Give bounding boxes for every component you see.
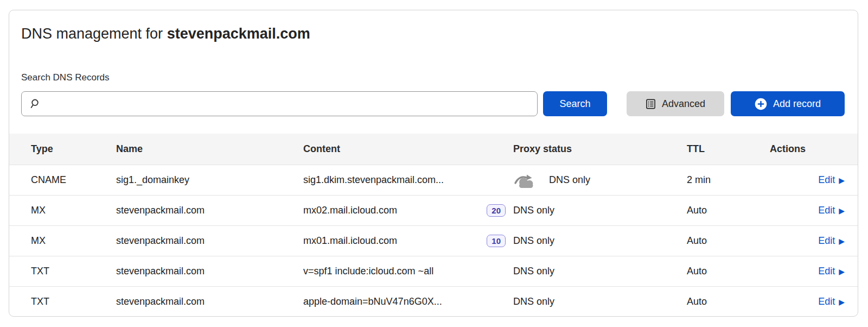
edit-label: Edit (818, 174, 835, 186)
cell-type: CNAME (31, 174, 116, 186)
advanced-button[interactable]: Advanced (627, 91, 724, 116)
search-button-label: Search (559, 98, 590, 110)
zone-domain: stevenpackmail.com (167, 26, 310, 42)
table-row: TXT stevenpackmail.com v=spf1 include:ic… (9, 256, 858, 286)
cell-name: stevenpackmail.com (116, 235, 303, 247)
edit-record-button[interactable]: Edit▶ (818, 235, 845, 247)
edit-label: Edit (818, 296, 835, 307)
proxy-status-text: DNS only (513, 266, 554, 277)
cell-content: mx01.mail.icloud.com 10 (303, 235, 513, 247)
add-record-button-label: Add record (773, 98, 821, 110)
edit-arrow-icon: ▶ (839, 298, 845, 306)
page-title: DNS management for stevenpackmail.com (21, 24, 845, 43)
controls-row: Search Advanced (21, 91, 845, 116)
edit-arrow-icon: ▶ (839, 237, 845, 245)
column-header-type: Type (31, 143, 116, 155)
search-button[interactable]: Search (543, 91, 607, 116)
column-header-actions: Actions (770, 143, 845, 155)
table-row: MX stevenpackmail.com mx01.mail.icloud.c… (9, 225, 858, 256)
cell-actions: Edit▶ (770, 266, 845, 277)
table-row: TXT stevenpackmail.com apple-domain=bNuV… (9, 286, 858, 317)
edit-record-button[interactable]: Edit▶ (818, 266, 845, 277)
cell-content: mx02.mail.icloud.com 20 (303, 204, 513, 217)
proxy-status-text: DNS only (513, 296, 554, 307)
cell-type: MX (31, 205, 116, 216)
column-header-proxy-status: Proxy status (513, 143, 687, 155)
table-row: MX stevenpackmail.com mx02.mail.icloud.c… (9, 195, 858, 225)
cell-proxy-status: DNS only (513, 235, 687, 247)
column-header-name: Name (116, 143, 303, 155)
table-body: CNAME sig1._domainkey sig1.dkim.stevenpa… (9, 165, 858, 317)
cell-content: v=spf1 include:icloud.com ~all (303, 266, 513, 277)
cell-proxy-status: DNS only (513, 296, 687, 307)
cell-actions: Edit▶ (770, 174, 845, 186)
mx-priority-badge: 10 (487, 235, 506, 247)
cell-proxy-status: DNS only (513, 205, 687, 216)
add-record-button[interactable]: Add record (731, 91, 845, 116)
cell-proxy-status: DNS only (513, 266, 687, 277)
cell-actions: Edit▶ (770, 205, 845, 216)
dns-management-card: DNS management for stevenpackmail.com Se… (9, 10, 858, 317)
cell-type: TXT (31, 296, 116, 307)
record-content: v=spf1 include:icloud.com ~all (303, 266, 433, 277)
cell-type: TXT (31, 266, 116, 277)
cell-proxy-status: DNS only (513, 172, 687, 188)
edit-arrow-icon: ▶ (839, 177, 845, 184)
record-content: sig1.dkim.stevenpackmail.com... (303, 174, 444, 186)
edit-record-button[interactable]: Edit▶ (818, 174, 845, 186)
list-document-icon (646, 99, 656, 109)
record-content: mx01.mail.icloud.com (303, 235, 397, 247)
edit-record-button[interactable]: Edit▶ (818, 296, 845, 307)
advanced-button-label: Advanced (662, 98, 705, 110)
edit-record-button[interactable]: Edit▶ (818, 205, 845, 216)
record-content: mx02.mail.icloud.com (303, 205, 397, 216)
cell-name: stevenpackmail.com (116, 296, 303, 307)
plus-circle-icon (755, 98, 767, 110)
table-row: CNAME sig1._domainkey sig1.dkim.stevenpa… (9, 165, 858, 195)
cell-actions: Edit▶ (770, 235, 845, 247)
dns-records-table: Type Name Content Proxy status TTL Actio… (9, 134, 858, 317)
edit-arrow-icon: ▶ (839, 268, 845, 275)
edit-label: Edit (818, 266, 835, 277)
cell-ttl: Auto (687, 205, 770, 216)
edit-label: Edit (818, 235, 835, 247)
proxy-status-text: DNS only (549, 174, 590, 186)
cell-content: apple-domain=bNuV47n6G0X... (303, 296, 513, 307)
column-header-ttl: TTL (687, 143, 770, 155)
column-header-content: Content (303, 143, 513, 155)
cell-type: MX (31, 235, 116, 247)
search-input[interactable] (46, 92, 531, 116)
cell-ttl: 2 min (687, 174, 770, 186)
cell-ttl: Auto (687, 266, 770, 277)
edit-label: Edit (818, 205, 835, 216)
cell-name: sig1._domainkey (116, 174, 303, 186)
cell-actions: Edit▶ (770, 296, 845, 307)
cell-ttl: Auto (687, 235, 770, 247)
cell-ttl: Auto (687, 296, 770, 307)
cell-content: sig1.dkim.stevenpackmail.com... (303, 174, 513, 186)
search-box (21, 91, 538, 116)
proxy-status-text: DNS only (513, 235, 554, 247)
proxy-status-text: DNS only (513, 205, 554, 216)
table-header-row: Type Name Content Proxy status TTL Actio… (9, 134, 858, 165)
record-content: apple-domain=bNuV47n6G0X... (303, 296, 442, 307)
search-icon (29, 98, 40, 109)
edit-arrow-icon: ▶ (839, 207, 845, 215)
cell-name: stevenpackmail.com (116, 205, 303, 216)
search-label: Search DNS Records (21, 72, 845, 83)
dns-only-cloud-icon (513, 172, 538, 188)
cell-name: stevenpackmail.com (116, 266, 303, 277)
page-title-prefix: DNS management for (21, 26, 167, 42)
mx-priority-badge: 20 (487, 204, 506, 217)
